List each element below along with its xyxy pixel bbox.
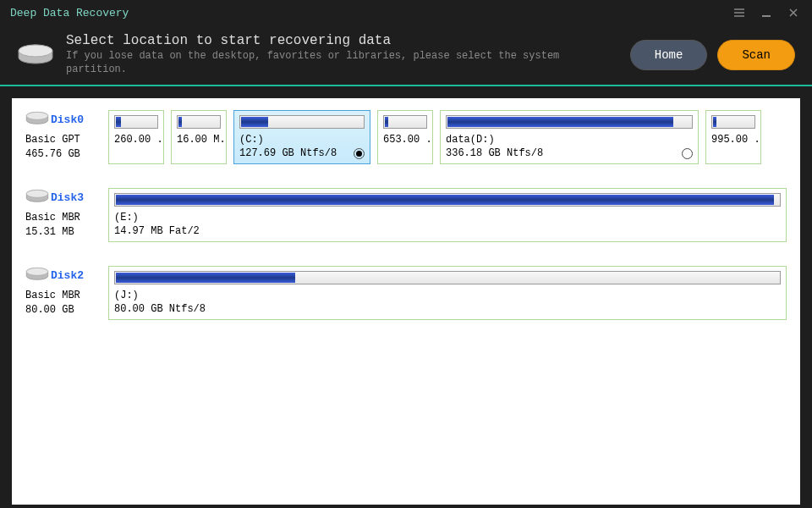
disk-type: Basic GPT bbox=[25, 133, 102, 147]
titlebar: Deep Data Recovery bbox=[0, 0, 812, 25]
partition-list: 260.00 .16.00 M.(C:)127.69 GB Ntfs/8653.… bbox=[108, 110, 787, 164]
partition-size: 336.18 GB Ntfs/8 bbox=[446, 147, 543, 159]
partition[interactable]: (C:)127.69 GB Ntfs/8 bbox=[233, 110, 370, 164]
usage-bar bbox=[114, 115, 158, 129]
disk-drive-icon bbox=[17, 43, 54, 67]
partition-size: 995.00 . bbox=[711, 134, 760, 146]
usage-bar bbox=[114, 271, 781, 284]
partition-label: (E:) bbox=[114, 212, 781, 224]
disk-info: Disk2Basic MBR80.00 GB bbox=[25, 266, 102, 317]
minimize-icon[interactable] bbox=[758, 4, 775, 21]
partition-radio[interactable] bbox=[163, 135, 164, 146]
disk-row: Disk3Basic MBR15.31 MB(E:)14.97 MB Fat/2 bbox=[25, 188, 787, 242]
svg-point-3 bbox=[26, 112, 47, 119]
partition-radio[interactable] bbox=[760, 135, 761, 146]
partition-radio[interactable] bbox=[682, 148, 693, 159]
disk-info: Disk3Basic MBR15.31 MB bbox=[25, 188, 102, 239]
header-subtitle: If you lose data on the desktop, favorit… bbox=[66, 50, 620, 76]
disk-drive-icon bbox=[25, 266, 49, 288]
usage-bar bbox=[383, 115, 427, 129]
partition-size: 260.00 . bbox=[114, 134, 163, 146]
partition[interactable]: (E:)14.97 MB Fat/2 bbox=[108, 188, 787, 242]
menu-icon[interactable] bbox=[731, 4, 748, 21]
partition-size: 16.00 M. bbox=[177, 134, 226, 146]
usage-bar bbox=[446, 115, 693, 129]
svg-point-1 bbox=[19, 45, 52, 57]
partition[interactable]: 995.00 . bbox=[705, 110, 761, 164]
partition-radio[interactable] bbox=[354, 148, 365, 159]
partition-radio[interactable] bbox=[432, 135, 433, 146]
disk-name: Disk2 bbox=[51, 268, 84, 284]
partition-size: 127.69 GB Ntfs/8 bbox=[239, 147, 337, 159]
close-icon[interactable] bbox=[785, 4, 802, 21]
partition-label: data(D:) bbox=[446, 134, 693, 146]
usage-bar bbox=[239, 115, 365, 129]
disk-list: Disk0Basic GPT465.76 GB260.00 .16.00 M.(… bbox=[12, 98, 800, 505]
header-title: Select location to start recovering data bbox=[66, 33, 620, 48]
partition[interactable]: (J:)80.00 GB Ntfs/8 bbox=[108, 266, 787, 320]
usage-bar bbox=[177, 115, 221, 129]
partition-list: (E:)14.97 MB Fat/2 bbox=[108, 188, 787, 242]
disk-drive-icon bbox=[25, 188, 49, 210]
scan-button[interactable]: Scan bbox=[717, 40, 795, 70]
disk-row: Disk2Basic MBR80.00 GB(J:)80.00 GB Ntfs/… bbox=[25, 266, 787, 320]
partition-radio[interactable] bbox=[226, 135, 227, 146]
disk-row: Disk0Basic GPT465.76 GB260.00 .16.00 M.(… bbox=[25, 110, 787, 164]
disk-info: Disk0Basic GPT465.76 GB bbox=[25, 110, 102, 161]
disk-name: Disk3 bbox=[51, 190, 84, 206]
partition[interactable]: 653.00 . bbox=[377, 110, 433, 164]
disk-size: 15.31 MB bbox=[25, 225, 102, 240]
home-button[interactable]: Home bbox=[630, 40, 708, 70]
partition[interactable]: data(D:)336.18 GB Ntfs/8 bbox=[440, 110, 699, 164]
disk-type: Basic MBR bbox=[25, 289, 102, 303]
app-title: Deep Data Recovery bbox=[10, 7, 129, 19]
partition-size: 80.00 GB Ntfs/8 bbox=[114, 303, 206, 315]
disk-size: 80.00 GB bbox=[25, 303, 102, 318]
svg-point-7 bbox=[26, 268, 47, 275]
disk-size: 465.76 GB bbox=[25, 147, 102, 162]
partition-label: (J:) bbox=[114, 290, 781, 301]
usage-bar bbox=[114, 193, 781, 207]
partition-size: 14.97 MB Fat/2 bbox=[114, 225, 200, 237]
partition-list: (J:)80.00 GB Ntfs/8 bbox=[108, 266, 787, 320]
disk-type: Basic MBR bbox=[25, 211, 102, 225]
partition-label: (C:) bbox=[239, 134, 365, 146]
disk-name: Disk0 bbox=[51, 113, 84, 128]
partition[interactable]: 260.00 . bbox=[108, 110, 164, 164]
partition-size: 653.00 . bbox=[383, 134, 432, 146]
header: Select location to start recovering data… bbox=[0, 25, 812, 86]
disk-drive-icon bbox=[25, 110, 49, 132]
usage-bar bbox=[711, 115, 755, 129]
partition[interactable]: 16.00 M. bbox=[171, 110, 227, 164]
svg-point-5 bbox=[26, 190, 47, 197]
